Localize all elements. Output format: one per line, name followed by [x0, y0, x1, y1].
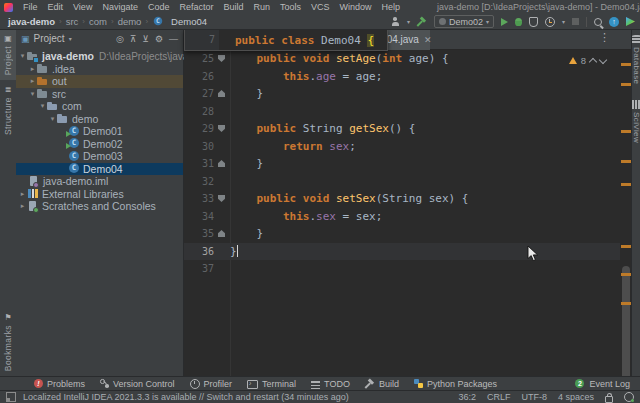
- tree-item-java-demo[interactable]: ▾java-demoD:\IdeaProjects\java-demo: [16, 50, 183, 63]
- tree-chevron-icon[interactable]: ▸: [28, 65, 37, 73]
- line-number[interactable]: 29: [184, 120, 214, 138]
- chevron-down-icon[interactable]: ▾: [69, 35, 72, 42]
- code-text[interactable]: public String getSex() {: [230, 120, 415, 138]
- code-line-26[interactable]: 26 this.age = age;: [184, 68, 620, 86]
- code-line-34[interactable]: 34 this.sex = sex;: [184, 208, 620, 226]
- code-line-31[interactable]: 31 }: [184, 155, 620, 173]
- tree-chevron-icon[interactable]: ▸: [18, 190, 27, 198]
- line-number[interactable]: 27: [184, 85, 214, 103]
- tree-item-com[interactable]: ▾com: [16, 100, 183, 113]
- tree-item-src[interactable]: ▾src: [16, 88, 183, 101]
- line-number[interactable]: 36: [184, 243, 214, 261]
- breadcrumb-java-demo[interactable]: java-demo: [8, 16, 55, 27]
- settings-gear-icon[interactable]: ⚙: [155, 34, 163, 44]
- fold-marker-icon[interactable]: [218, 55, 225, 62]
- tree-chevron-icon[interactable]: ▾: [38, 102, 47, 110]
- warning-stripe-mark[interactable]: [621, 63, 631, 66]
- line-separator-widget[interactable]: CRLF: [487, 392, 511, 402]
- stop-button[interactable]: [572, 18, 579, 25]
- next-warning-icon[interactable]: [599, 55, 607, 63]
- debug-button[interactable]: [515, 18, 522, 26]
- menu-window[interactable]: Window: [335, 2, 377, 12]
- tree-chevron-icon[interactable]: ▾: [18, 52, 27, 60]
- tool-strip-sciview[interactable]: SciView: [632, 100, 640, 143]
- tab-options-kebab-icon[interactable]: ⋮: [599, 31, 610, 44]
- code-text[interactable]: public void setAge(int age) {: [230, 50, 449, 68]
- code-line-29[interactable]: 29 public String getSex() {: [184, 120, 620, 138]
- warning-stripe-mark[interactable]: [621, 183, 631, 186]
- code-text[interactable]: public void setSex(String sex) {: [230, 190, 468, 208]
- code-line-30[interactable]: 30 return sex;: [184, 138, 620, 156]
- scrollbar-thumb[interactable]: [622, 266, 630, 392]
- hide-panel-icon[interactable]: —: [169, 34, 178, 44]
- fold-marker-icon[interactable]: [218, 90, 225, 97]
- event-log-button[interactable]: 2 Event Log: [575, 379, 640, 389]
- menu-view[interactable]: View: [68, 2, 97, 12]
- toolwindow-button-profiler[interactable]: Profiler: [190, 379, 233, 389]
- tool-strip-database[interactable]: Database: [632, 35, 640, 84]
- tree-chevron-icon[interactable]: ▾: [48, 115, 57, 123]
- tree-item-idea[interactable]: ▸.idea: [16, 63, 183, 76]
- toolwindow-button-build[interactable]: Build: [365, 379, 399, 389]
- chevron-down-icon[interactable]: ▾: [407, 18, 410, 25]
- tool-windows-toggle-icon[interactable]: [6, 392, 16, 402]
- run-button[interactable]: [501, 18, 508, 26]
- menu-edit[interactable]: Edit: [43, 2, 69, 12]
- tree-chevron-icon[interactable]: ▸: [18, 202, 27, 210]
- code-text[interactable]: return sex;: [230, 138, 356, 156]
- inspections-widget[interactable]: 8: [569, 55, 606, 66]
- fold-marker-icon[interactable]: [218, 160, 225, 167]
- indent-widget[interactable]: 4 spaces: [558, 392, 594, 402]
- line-number[interactable]: 34: [184, 208, 214, 226]
- menu-refactor[interactable]: Refactor: [174, 2, 218, 12]
- plugin-notification-icon[interactable]: [626, 17, 635, 26]
- code-text[interactable]: }: [230, 155, 263, 173]
- code-line-27[interactable]: 27 }: [184, 85, 620, 103]
- line-number[interactable]: 37: [184, 260, 214, 278]
- expand-all-icon[interactable]: ⊼: [130, 34, 137, 44]
- tool-strip-bookmarks[interactable]: ⚑ Bookmarks: [3, 308, 13, 376]
- menu-help[interactable]: Help: [377, 2, 406, 12]
- toolwindow-button-python-packages[interactable]: Python Packages: [414, 379, 497, 389]
- code-line-37[interactable]: 37: [184, 260, 620, 278]
- warning-stripe-mark[interactable]: [621, 160, 631, 163]
- code-line-35[interactable]: 35 }: [184, 225, 620, 243]
- menu-file[interactable]: File: [18, 2, 43, 12]
- menu-code[interactable]: Code: [143, 2, 175, 12]
- line-number[interactable]: 32: [184, 173, 214, 191]
- code-text[interactable]: }: [230, 225, 263, 243]
- tool-strip-structure[interactable]: ≣ Structure: [3, 80, 13, 140]
- menu-build[interactable]: Build: [218, 2, 248, 12]
- fold-marker-icon[interactable]: [218, 230, 225, 237]
- code-line-32[interactable]: 32: [184, 173, 620, 191]
- breadcrumb-src[interactable]: src: [66, 16, 79, 27]
- warning-stripe-mark[interactable]: [621, 273, 631, 276]
- warning-stripe-mark[interactable]: [621, 245, 631, 248]
- previous-warning-icon[interactable]: [589, 57, 597, 65]
- tree-item-out[interactable]: ▸out: [16, 75, 183, 88]
- code-text[interactable]: }: [230, 85, 263, 103]
- warning-stripe-mark[interactable]: [621, 130, 631, 133]
- build-project-icon[interactable]: [417, 17, 427, 27]
- toolwindow-button-version-control[interactable]: Version Control: [100, 379, 175, 389]
- search-everywhere-icon[interactable]: [594, 18, 602, 26]
- warning-stripe-mark[interactable]: [621, 83, 631, 86]
- line-number[interactable]: 28: [184, 103, 214, 121]
- code-text[interactable]: this.age = age;: [230, 68, 382, 86]
- caret-position-widget[interactable]: 36:2: [458, 392, 476, 402]
- run-configuration-select[interactable]: Demo02 ▾: [434, 15, 494, 28]
- chevron-down-icon[interactable]: ▾: [562, 18, 565, 25]
- tree-chevron-icon[interactable]: ▾: [28, 90, 37, 98]
- toolwindow-button-todo[interactable]: TODO: [311, 379, 350, 389]
- collapse-all-icon[interactable]: ⊻: [142, 34, 149, 44]
- highlighting-level-icon[interactable]: [624, 392, 634, 402]
- warning-stripe-mark[interactable]: [621, 302, 631, 305]
- fold-marker-icon[interactable]: [218, 195, 225, 202]
- update-available-icon[interactable]: ↑: [609, 17, 619, 27]
- coverage-button[interactable]: [529, 17, 538, 27]
- menu-navigate[interactable]: Navigate: [97, 2, 143, 12]
- line-number[interactable]: 30: [184, 138, 214, 156]
- code-text[interactable]: }: [230, 243, 238, 261]
- code-text[interactable]: this.sex = sex;: [230, 208, 382, 226]
- code-with-me-icon[interactable]: [391, 17, 400, 26]
